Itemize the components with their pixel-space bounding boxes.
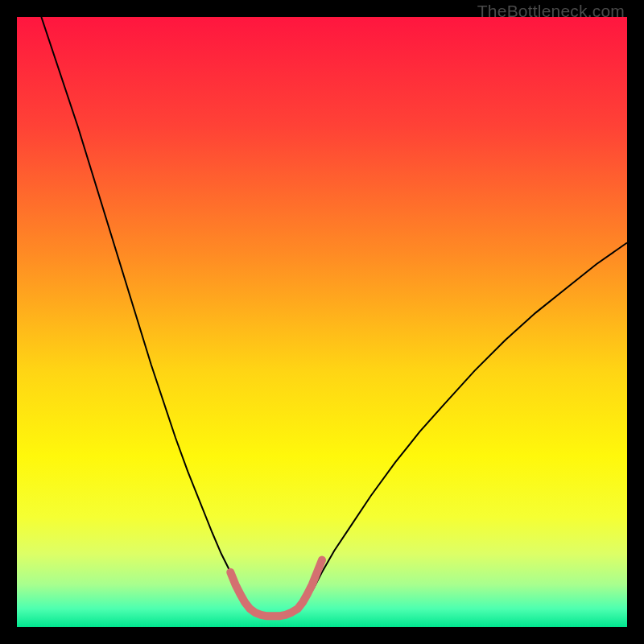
optimal-zone (230, 560, 322, 617)
bottleneck-curve-left (41, 17, 249, 609)
watermark-text: TheBottleneck.com (477, 2, 625, 21)
bottleneck-curve-right (300, 242, 627, 609)
chart-frame: TheBottleneck.com (0, 0, 644, 644)
plot-area (17, 17, 627, 627)
curve-svg (17, 17, 627, 627)
